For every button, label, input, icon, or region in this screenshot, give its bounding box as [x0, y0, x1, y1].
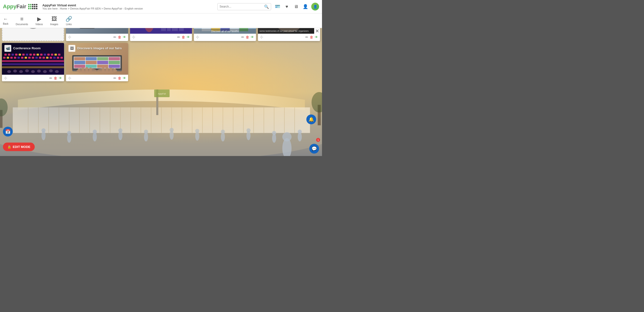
back-arrow-icon: ←: [3, 16, 8, 22]
edit-icon[interactable]: ✏: [50, 76, 52, 80]
badge-icon[interactable]: 🪪: [274, 3, 281, 10]
svg-point-59: [312, 92, 322, 113]
svg-rect-102: [17, 57, 20, 59]
svg-point-125: [49, 69, 53, 72]
visibility-icon[interactable]: 👁: [123, 76, 126, 80]
avatar[interactable]: 👤: [311, 3, 319, 10]
links-icon: 🔗: [66, 16, 72, 22]
svg-rect-136: [114, 68, 116, 72]
booths-footer: ⊹ ✏ 🗑 👁: [194, 34, 256, 40]
toolbar-links[interactable]: 🔗 Links: [66, 16, 72, 26]
svg-point-47: [195, 129, 199, 133]
svg-rect-87: [22, 54, 25, 56]
calendar-fab[interactable]: 📅: [3, 127, 13, 137]
delete-icon[interactable]: 🗑: [310, 35, 313, 39]
svg-rect-58: [318, 105, 321, 125]
visibility-icon[interactable]: 👁: [186, 35, 190, 39]
svg-point-45: [170, 128, 174, 132]
svg-point-41: [118, 128, 122, 133]
conference-footer: ⊹ ✏ 🗑 👁: [2, 75, 64, 81]
svg-rect-109: [42, 57, 45, 59]
svg-rect-101: [14, 57, 16, 59]
svg-rect-131: [86, 67, 88, 72]
svg-rect-135: [110, 67, 112, 72]
svg-rect-108: [39, 57, 41, 59]
user-settings-icon[interactable]: 👤: [302, 3, 309, 10]
svg-point-34: [42, 131, 46, 140]
svg-rect-116: [2, 63, 64, 65]
delete-icon[interactable]: 🗑: [118, 35, 121, 39]
delete-icon[interactable]: 🗑: [118, 76, 121, 80]
search-input[interactable]: [220, 5, 264, 8]
empty-space: [130, 43, 320, 81]
move-icon[interactable]: ⊹: [68, 76, 71, 80]
toolbar-images[interactable]: 🖼 Images: [50, 16, 58, 26]
delete-icon[interactable]: 🗑: [182, 35, 185, 39]
svg-rect-97: [58, 54, 60, 56]
visibility-icon[interactable]: 👁: [59, 76, 62, 80]
chat-fab[interactable]: 💬: [309, 144, 319, 154]
conference-image: 📹 Conference Room: [2, 43, 64, 75]
search-box[interactable]: 🔍: [217, 3, 271, 10]
images-icon: 🖼: [52, 16, 57, 22]
images-card: 🖼 Discovers images of our fairs: [66, 43, 128, 81]
screen-share-icon[interactable]: 🖥: [293, 3, 300, 10]
svg-rect-129: [78, 68, 80, 72]
move-icon[interactable]: ⊹: [260, 35, 263, 39]
svg-point-44: [170, 130, 174, 140]
svg-point-48: [221, 132, 225, 142]
header-icons: 🪪 ♥ 🖥 👤 👤: [274, 3, 319, 10]
svg-rect-60: [0, 110, 2, 128]
svg-point-40: [118, 131, 122, 140]
toolbar: ← Back ≡ Documents ▶ Videos 🖼 Images 🔗 L…: [0, 13, 322, 28]
svg-rect-91: [37, 54, 39, 56]
svg-rect-85: [15, 54, 18, 56]
move-icon[interactable]: ⊹: [132, 35, 135, 39]
svg-point-126: [55, 70, 59, 73]
close-button[interactable]: ✕: [314, 28, 320, 34]
documents-icon: ≡: [20, 16, 24, 22]
svg-rect-112: [53, 57, 56, 59]
visibility-icon[interactable]: 👁: [250, 35, 254, 39]
edit-mode-button[interactable]: 🔒 EDIT MODE: [3, 143, 35, 151]
svg-point-43: [144, 130, 148, 134]
edit-icon[interactable]: ✏: [241, 35, 244, 39]
svg-rect-107: [36, 57, 38, 59]
visibility-icon[interactable]: 👁: [315, 35, 318, 39]
delete-icon[interactable]: 🗑: [54, 76, 57, 80]
edit-icon[interactable]: ✏: [177, 35, 180, 39]
heart-icon[interactable]: ♥: [283, 3, 290, 10]
edit-icon[interactable]: ✏: [114, 76, 116, 80]
svg-rect-105: [28, 57, 30, 59]
visibility-icon[interactable]: 👁: [123, 35, 126, 39]
back-button[interactable]: ← Back: [3, 16, 8, 25]
svg-point-2: [0, 100, 322, 156]
move-icon[interactable]: ⊹: [68, 35, 71, 39]
svg-rect-95: [51, 54, 53, 56]
edit-icon[interactable]: ✏: [114, 35, 116, 39]
conference-svg: [2, 49, 64, 75]
svg-rect-31: [156, 90, 158, 115]
svg-point-61: [0, 98, 8, 116]
videos-icon: ▶: [37, 16, 41, 22]
header: AppyFair AppyFair Virtual event You are …: [0, 0, 322, 13]
images-card-icon: 🖼: [68, 45, 75, 52]
svg-point-36: [67, 134, 71, 143]
card-header: 🖼 Discovers images of our fairs: [66, 43, 128, 54]
svg-rect-134: [106, 67, 108, 72]
toolbar-videos[interactable]: ▶ Videos: [36, 16, 43, 26]
svg-point-37: [67, 131, 71, 135]
toolbar-documents[interactable]: ≡ Documents: [16, 16, 28, 26]
move-icon[interactable]: ⊹: [196, 35, 199, 39]
bell-fab[interactable]: 🔔: [306, 115, 316, 124]
header-info: AppyFair Virtual event You are here : Ho…: [42, 3, 217, 10]
svg-rect-88: [26, 54, 28, 56]
move-icon[interactable]: ⊹: [4, 76, 7, 80]
booths-subtitle: Discover all of our booths: [211, 30, 239, 33]
edit-icon[interactable]: ✏: [305, 35, 308, 39]
svg-point-50: [246, 131, 250, 140]
images-footer: ⊹ ✏ 🗑 👁: [66, 75, 128, 81]
external-links-footer: ⊹ ✏ 🗑 👁: [66, 34, 128, 40]
delete-icon[interactable]: 🗑: [246, 35, 249, 39]
svg-rect-132: [90, 67, 92, 72]
